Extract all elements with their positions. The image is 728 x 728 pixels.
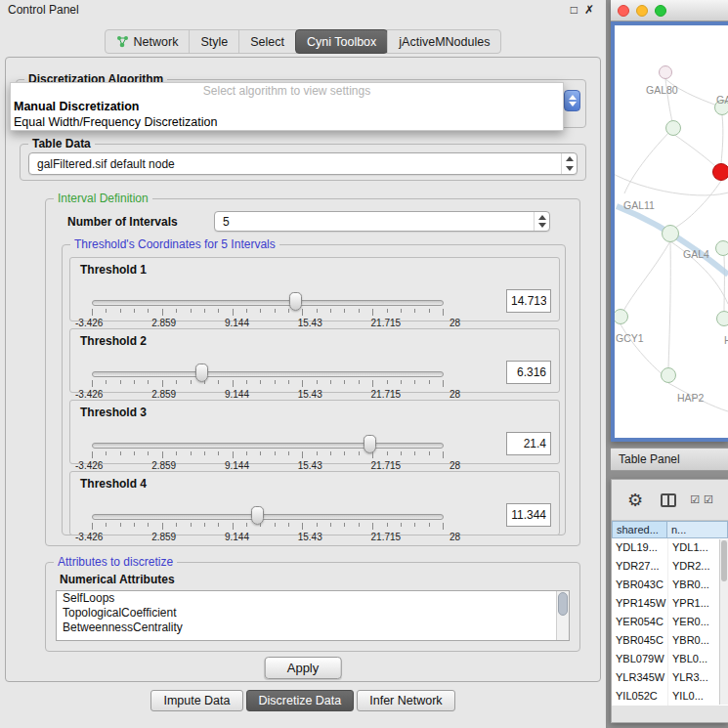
network-node[interactable] xyxy=(716,311,728,326)
network-node[interactable] xyxy=(712,163,728,181)
slider-track[interactable] xyxy=(92,514,444,520)
tab-select[interactable]: Select xyxy=(238,30,295,53)
slider-tick-label: -3.426 xyxy=(75,532,103,542)
threshold-2-slider[interactable]: -3.4262.8599.14415.4321.71528 xyxy=(92,366,444,396)
slider-tick xyxy=(288,523,289,527)
threshold-3-value-input[interactable] xyxy=(506,432,551,455)
numerical-attribute-item[interactable]: SelfLoops xyxy=(57,591,569,606)
column-header-name[interactable]: n... xyxy=(667,521,728,538)
control-panel-tabstrip: Network Style Select Cyni Toolbox jActiv… xyxy=(105,29,502,54)
table-data-group: Table Data galFiltered.sif default node xyxy=(20,144,586,181)
table-row[interactable]: YBR045CYBR0... xyxy=(612,631,728,650)
slider-track[interactable] xyxy=(92,371,444,377)
table-scrollbar[interactable] xyxy=(719,539,728,705)
numerical-attribute-item[interactable]: TopologicalCoefficient xyxy=(57,606,569,621)
table-row[interactable]: YBL079WYBL0... xyxy=(612,650,728,668)
network-node[interactable] xyxy=(661,367,676,383)
table-row[interactable]: YER054CYER0... xyxy=(612,613,728,631)
table-cell: YIL052C xyxy=(612,687,667,706)
table-row[interactable]: YIL052CYIL0... xyxy=(612,687,728,706)
tab-network[interactable]: Network xyxy=(106,30,190,53)
table-row[interactable]: YPR145WYPR1... xyxy=(612,594,728,613)
cyni-bottom-tabs: Impute Data Discretize Data Infer Networ… xyxy=(0,690,606,711)
checkbox-icon[interactable]: ☑ xyxy=(690,494,700,505)
slider-tick xyxy=(401,451,402,455)
slider-tick xyxy=(443,523,444,530)
table-scrollbar-thumb[interactable] xyxy=(721,540,727,581)
threshold-3-slider[interactable]: -3.4262.8599.14415.4321.71528 xyxy=(92,438,444,467)
columns-icon[interactable] xyxy=(661,493,676,507)
network-window-titlebar[interactable] xyxy=(611,0,728,21)
network-node[interactable] xyxy=(659,65,672,79)
slider-track[interactable] xyxy=(92,443,444,449)
close-window-icon[interactable]: ✗ xyxy=(584,0,594,20)
numerical-attributes-list[interactable]: SelfLoopsTopologicalCoefficientBetweenne… xyxy=(56,590,570,641)
close-button[interactable] xyxy=(618,5,629,17)
gear-icon[interactable]: ⚙ xyxy=(627,492,643,509)
network-node[interactable] xyxy=(665,120,681,136)
slider-tick xyxy=(148,451,149,455)
network-node[interactable] xyxy=(715,240,728,256)
table-row[interactable]: YDR27...YDR2... xyxy=(612,557,728,576)
numerical-attribute-item[interactable]: BetweennessCentrality xyxy=(57,621,569,635)
algorithm-option-manual[interactable]: Manual Discretization xyxy=(11,99,563,114)
tab-infer-network[interactable]: Infer Network xyxy=(357,690,454,711)
slider-tick xyxy=(120,451,121,455)
slider-tick-labels: -3.4262.8599.14415.4321.71528 xyxy=(75,318,460,328)
zoom-button[interactable] xyxy=(655,5,666,17)
table-cell: YDR27... xyxy=(612,557,667,576)
table-data-combo[interactable]: galFiltered.sif default node xyxy=(28,152,578,175)
algorithm-combo-arrows-icon[interactable] xyxy=(564,90,580,111)
right-pane: GAL80GAGAL11GAL4GCY1HHAP2 Table Panel ⚙ … xyxy=(611,0,728,728)
slider-tick xyxy=(443,309,444,316)
tab-cyni-toolbox[interactable]: Cyni Toolbox xyxy=(295,29,388,54)
control-panel-titlebar[interactable]: Control Panel □ ✗ xyxy=(0,0,606,20)
tab-jactivemnodules[interactable]: jActiveMNodules xyxy=(387,30,500,53)
apply-button[interactable]: Apply xyxy=(265,657,342,679)
table-panel-header[interactable]: Table Panel xyxy=(611,448,728,471)
slider-tick xyxy=(429,451,430,455)
tab-discretize-data[interactable]: Discretize Data xyxy=(246,690,355,711)
threshold-1-value-input[interactable] xyxy=(506,289,551,313)
slider-tick xyxy=(233,451,234,458)
table-row[interactable]: YLR345WYLR3... xyxy=(612,668,728,687)
network-node-label: HAP2 xyxy=(677,392,704,404)
number-of-intervals-combo[interactable]: 5 xyxy=(214,211,550,232)
network-canvas[interactable]: GAL80GAGAL11GAL4GCY1HHAP2 xyxy=(611,21,728,442)
slider-tick-label: 28 xyxy=(450,532,460,542)
slider-tick-label: 2.859 xyxy=(151,460,176,471)
slider-tick xyxy=(288,380,289,384)
slider-tick xyxy=(176,309,177,313)
threshold-4-value-input[interactable] xyxy=(506,503,551,527)
column-header-shared-name[interactable]: shared... xyxy=(612,521,667,538)
minimize-button[interactable] xyxy=(636,5,648,17)
threshold-1-slider[interactable]: -3.4262.8599.14415.4321.71528 xyxy=(92,295,444,324)
slider-track[interactable] xyxy=(92,300,444,306)
network-node[interactable] xyxy=(613,309,628,324)
list-scrollbar-thumb[interactable] xyxy=(558,592,568,616)
float-window-icon[interactable]: □ xyxy=(571,0,578,20)
threshold-2-value-input[interactable] xyxy=(506,361,551,384)
network-node[interactable] xyxy=(662,225,679,242)
list-scrollbar[interactable] xyxy=(556,591,569,640)
table-row[interactable]: YDL19...YDL1... xyxy=(612,538,728,557)
slider-tick xyxy=(246,451,247,455)
slider-tick xyxy=(372,523,373,530)
threshold-2-label: Threshold 2 xyxy=(80,334,147,348)
tab-style[interactable]: Style xyxy=(189,30,238,53)
slider-tick xyxy=(191,523,192,527)
table-cell: YBR045C xyxy=(612,631,667,650)
table-row[interactable]: YBR043CYBR0... xyxy=(612,576,728,594)
control-panel-title: Control Panel xyxy=(8,3,79,17)
slider-tick xyxy=(246,309,247,313)
table-cell: YDL19... xyxy=(612,538,667,557)
slider-tick-label: 2.859 xyxy=(151,318,176,328)
slider-tick xyxy=(429,380,430,384)
slider-tick xyxy=(387,523,388,527)
threshold-4-slider[interactable]: -3.4262.8599.14415.4321.71528 xyxy=(92,509,444,538)
slider-tick xyxy=(134,523,135,527)
checkbox-icon[interactable]: ☑ xyxy=(704,494,713,505)
algorithm-option-equal-width[interactable]: Equal Width/Frequency Discretization xyxy=(11,114,563,130)
tab-impute-data[interactable]: Impute Data xyxy=(150,690,242,711)
slider-tick xyxy=(148,380,149,384)
